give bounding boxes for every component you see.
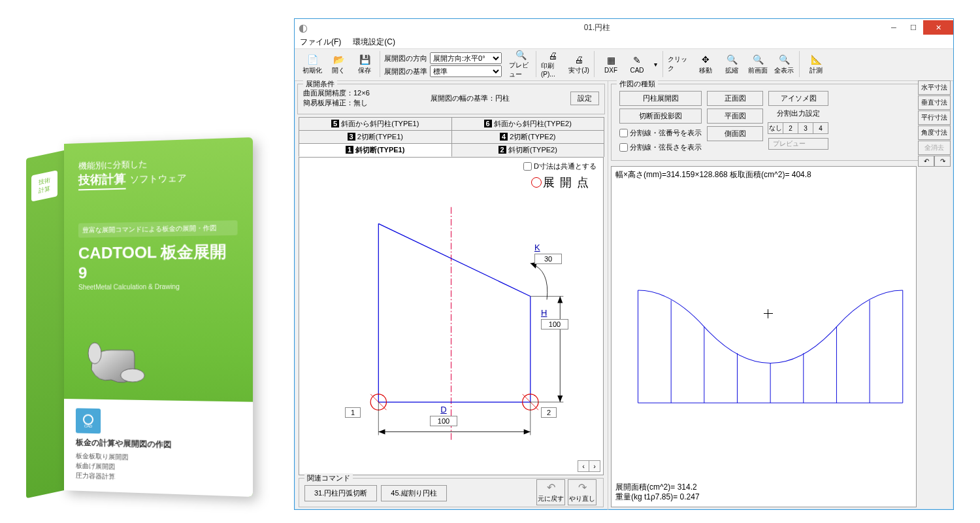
dim-redo-button[interactable]: ↷ (934, 156, 951, 167)
conditions-group: 展開条件 曲面展開精度：12×6 簡易板厚補正：無し 展開図の幅の基準：円柱 設… (297, 84, 605, 114)
tab-5[interactable]: 5斜面から斜円柱(TYPE1) (299, 117, 452, 130)
back-icon: 🔍 (752, 54, 764, 65)
split-4-button[interactable]: 4 (813, 122, 828, 134)
vdim-button[interactable]: 垂直寸法 (918, 95, 951, 110)
related-btn-2[interactable]: 45.縦割り円柱 (381, 485, 446, 501)
dxf-button[interactable]: ▦DXF (598, 51, 623, 77)
dropdown-button[interactable]: ▾ (651, 51, 660, 77)
dim-undo-button[interactable]: ↶ (918, 156, 934, 167)
move-icon: ✥ (700, 54, 711, 65)
front-view-button[interactable]: 正面図 (707, 91, 763, 106)
point2-label (541, 407, 557, 418)
fit-all-button[interactable]: 🔍全表示 (772, 51, 796, 77)
k-input[interactable] (534, 254, 562, 264)
k-label: K (534, 243, 562, 252)
chord-number-checkbox[interactable]: 分割線・弦番号を表示 (619, 128, 702, 138)
d-input[interactable] (430, 416, 457, 426)
diagram-panel: D寸法は共通とする 展開点 (299, 157, 604, 475)
split-preview-button[interactable]: プレビュー (768, 138, 828, 150)
cad-button[interactable]: ✎CAD (625, 51, 649, 77)
close-button[interactable]: ✕ (923, 20, 953, 35)
chevron-down-icon: ▾ (654, 61, 657, 68)
window-title: 01.円柱 (310, 22, 884, 33)
chord-length-checkbox[interactable]: 分割線・弦長さを表示 (619, 143, 702, 152)
undo-button[interactable]: ↶元に戻す (536, 479, 565, 505)
dimension-sidebar: 水平寸法 垂直寸法 平行寸法 角度寸法 全消去 ↶ ↷ (918, 80, 951, 167)
split-none-button[interactable]: なし (768, 122, 783, 134)
tabs: 5斜面から斜円柱(TYPE1) 6斜面から斜円柱(TYPE2) 32切断(TYP… (299, 117, 604, 157)
box-spine: 技術計算 (26, 150, 64, 498)
figure-types-group: 作図の種類 円柱展開図 切断面投影図 分割線・弦番号を表示 分割線・弦長さを表示… (611, 84, 951, 161)
hdim-button[interactable]: 水平寸法 (918, 80, 951, 95)
tab-3[interactable]: 32切断(TYPE1) (299, 130, 452, 143)
init-button[interactable]: 📄初期化 (300, 51, 325, 77)
h-label: H (541, 308, 568, 318)
d-common-checkbox[interactable]: D寸法は共通とする (523, 161, 596, 171)
print-button[interactable]: 🖨印刷(P)... (540, 51, 565, 77)
open-button[interactable]: 📂開く (326, 51, 351, 77)
tab-next-button[interactable]: › (589, 460, 600, 472)
fit-icon: 🔍 (778, 54, 790, 65)
pdim-button[interactable]: 平行寸法 (918, 110, 951, 125)
crosshair-icon (764, 309, 773, 318)
plan-view-button[interactable]: 平面図 (707, 109, 763, 124)
box-title: CADTOOL 板金展開 9 (78, 241, 238, 282)
app-icon: ◐ (299, 22, 310, 33)
canvas-info-text: 幅×高さ(mm)=314.159×128.868 板取面積(cm^2)= 404… (615, 169, 811, 180)
page-icon: 📄 (306, 54, 318, 65)
settings-button[interactable]: 設定 (570, 92, 599, 105)
tab-prev-button[interactable]: ‹ (578, 460, 589, 472)
side-view-button[interactable]: 側面図 (707, 126, 763, 141)
maximize-button[interactable]: ☐ (904, 20, 923, 35)
product-box: 技術計算 機能別に分類した 技術計算 ソフトウェア 豊富な展開コマンドによる板金… (26, 144, 248, 503)
move-button[interactable]: ✥移動 (693, 51, 718, 77)
unfold-view-button[interactable]: 円柱展開図 (619, 91, 702, 106)
split-output-label: 分割出力設定 (768, 109, 828, 118)
cad-icon: ✎ (631, 54, 643, 66)
tab-2[interactable]: 2斜切断(TYPE2) (451, 143, 605, 157)
point1-label (345, 407, 361, 418)
pipe-illustration (78, 324, 158, 390)
preview-button[interactable]: 🔍プレビュー (508, 51, 533, 77)
split-2-button[interactable]: 2 (783, 122, 798, 134)
undo-icon: ↶ (547, 481, 555, 494)
adim-button[interactable]: 角度寸法 (918, 126, 951, 140)
redo-button[interactable]: ↷やり直し (568, 479, 596, 505)
base-label: 展開図の基準 (384, 67, 427, 76)
svg-point-1 (88, 343, 101, 363)
unfold-point-label: 展開点 (531, 175, 594, 190)
minimize-button[interactable]: ─ (884, 20, 904, 35)
canvas-footer: 展開面積(cm^2)= 314.2 重量(kg t1ρ7.85)= 0.247 (615, 482, 700, 503)
tab-4[interactable]: 42切断(TYPE2) (451, 130, 605, 143)
tab-1[interactable]: 1斜切断(TYPE1) (299, 143, 452, 157)
zoom-button[interactable]: 🔍拡縮 (719, 51, 744, 77)
unfold-svg (612, 167, 916, 507)
click-mode-button[interactable]: クリック (667, 51, 692, 77)
prev-view-button[interactable]: 🔍前画面 (745, 51, 770, 77)
app-window: ◐ 01.円柱 ─ ☐ ✕ ファイル(F) 環境設定(C) 📄初期化 📂開く 💾… (294, 18, 954, 510)
drawing-canvas[interactable]: 幅×高さ(mm)=314.159×128.868 板取面積(cm^2)= 404… (611, 166, 917, 507)
svg-point-0 (121, 369, 145, 382)
tab-6[interactable]: 6斜面から斜円柱(TYPE2) (451, 117, 605, 130)
clear-dims-button[interactable]: 全消去 (918, 141, 951, 155)
split-3-button[interactable]: 3 (798, 122, 813, 134)
measure-button[interactable]: 📐計測 (804, 51, 828, 77)
d-label: D (430, 405, 457, 414)
toolbar: 📄初期化 📂開く 💾保存 展開図の方向 展開方向:水平0° 展開図の基準 標準 … (295, 49, 953, 81)
menu-env[interactable]: 環境設定(C) (353, 37, 395, 48)
printer-icon: 🖨 (573, 54, 585, 65)
save-button[interactable]: 💾保存 (352, 51, 377, 77)
zoom-icon: 🔍 (726, 54, 738, 65)
menubar: ファイル(F) 環境設定(C) (295, 36, 953, 49)
red-circle-icon (531, 177, 542, 188)
h-input[interactable] (541, 319, 568, 329)
menu-file[interactable]: ファイル(F) (300, 37, 341, 48)
direction-select[interactable]: 展開方向:水平0° (430, 52, 502, 64)
section-view-button[interactable]: 切断面投影図 (619, 109, 702, 124)
base-select[interactable]: 標準 (430, 65, 502, 77)
iso-view-button[interactable]: アイソメ図 (768, 91, 828, 106)
box-white-panel: CAD 板金の計算や展開図の作図 板金板取り展開図 板曲げ展開図 圧力容器計算 (64, 399, 253, 497)
realsize-button[interactable]: 🖨実寸(J) (566, 51, 591, 77)
related-btn-1[interactable]: 31.円柱円弧切断 (304, 485, 377, 501)
svg-point-2 (84, 415, 93, 424)
